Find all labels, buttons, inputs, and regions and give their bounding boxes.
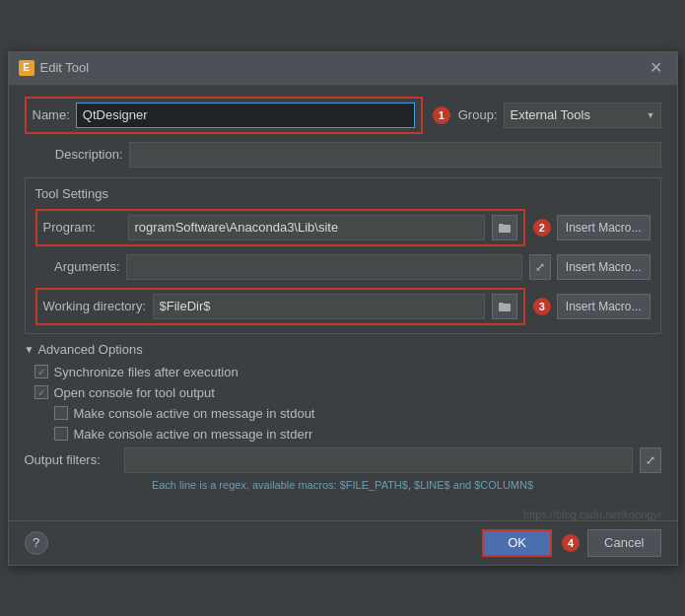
open-console-checkbox[interactable] [34, 385, 48, 399]
insert-macro-button-2[interactable]: Insert Macro... [557, 254, 651, 280]
open-console-label: Open console for tool output [54, 385, 215, 400]
advanced-title: Advanced Options [37, 342, 142, 357]
make-active-stdout-row: Make console active on message in stdout [54, 406, 661, 421]
advanced-section: ▼ Advanced Options Synchronize files aft… [25, 342, 661, 491]
svg-rect-3 [499, 303, 504, 305]
output-filters-expand-button[interactable]: ⤢ [640, 447, 661, 473]
make-active-stdout-label: Make console active on message in stdout [74, 406, 315, 421]
badge-2: 2 [533, 219, 551, 237]
svg-rect-0 [499, 225, 511, 233]
hint-macros: $FILE_PATH$, $LINE$ and $COLUMN$ [340, 479, 533, 491]
group-label: Group: [458, 107, 498, 122]
dialog-icon: E [19, 60, 34, 76]
open-console-row: Open console for tool output [34, 385, 661, 400]
insert-macro-button-1[interactable]: Insert Macro... [557, 215, 651, 240]
hint-text: Each line is a regex, available macros: [152, 479, 340, 491]
arguments-expand-button[interactable]: ⤢ [529, 254, 551, 280]
description-label: Description: [25, 147, 123, 162]
make-active-stderr-row: Make console active on message in stderr [54, 427, 661, 442]
badge-1: 1 [433, 106, 450, 124]
description-row: Description: [25, 142, 661, 168]
program-input[interactable] [128, 215, 485, 240]
working-dir-input[interactable] [153, 294, 485, 319]
working-dir-browse-button[interactable] [492, 294, 517, 319]
name-input[interactable] [76, 103, 415, 128]
help-button[interactable]: ? [25, 531, 48, 555]
bottom-bar: ? OK 4 Cancel [9, 520, 677, 565]
dialog-title: Edit Tool [40, 60, 90, 75]
make-active-stderr-checkbox[interactable] [54, 427, 68, 441]
insert-macro-button-3[interactable]: Insert Macro... [557, 294, 651, 319]
close-button[interactable]: ✕ [645, 58, 667, 78]
svg-rect-1 [499, 224, 504, 226]
edit-tool-dialog: E Edit Tool ✕ Name: 1 Group: External To… [8, 51, 678, 566]
advanced-header[interactable]: ▼ Advanced Options [25, 342, 661, 357]
watermark-area: https://blog.csdn.net/kdongyi [9, 503, 677, 520]
make-active-stdout-checkbox[interactable] [54, 406, 68, 420]
cancel-button[interactable]: Cancel [587, 529, 660, 557]
bottom-buttons: OK 4 Cancel [482, 529, 660, 557]
dialog-content: Name: 1 Group: External Tools Descriptio… [9, 85, 677, 503]
watermark: https://blog.csdn.net/kdongyi [25, 509, 661, 520]
name-label: Name: [33, 107, 70, 122]
hint-text-row: Each line is a regex, available macros: … [25, 479, 661, 491]
group-select[interactable]: External Tools [504, 103, 661, 128]
title-bar: E Edit Tool ✕ [9, 52, 677, 85]
make-active-stderr-label: Make console active on message in stderr [74, 427, 313, 442]
ok-button[interactable]: OK [482, 529, 552, 557]
sync-files-label: Synchronize files after execution [54, 365, 239, 379]
sync-files-row: Synchronize files after execution [34, 365, 661, 379]
tool-settings-title: Tool Settings [35, 186, 651, 201]
folder-icon-2 [498, 300, 512, 313]
arguments-input[interactable] [126, 254, 522, 280]
tool-settings-box: Tool Settings Program: 2 Insert Macro... [25, 177, 661, 334]
output-filters-row: Output filters: ⤢ [25, 447, 661, 473]
working-dir-label: Working directory: [43, 299, 147, 313]
title-bar-left: E Edit Tool [19, 60, 90, 76]
badge-4: 4 [562, 534, 580, 552]
svg-rect-2 [499, 304, 511, 311]
arguments-label: Arguments: [35, 259, 120, 274]
program-browse-button[interactable] [492, 215, 517, 240]
badge-3: 3 [533, 298, 551, 315]
program-label: Program: [43, 220, 122, 235]
triangle-icon: ▼ [25, 344, 34, 355]
output-filters-label: Output filters: [25, 452, 118, 467]
folder-icon [498, 221, 512, 235]
sync-files-checkbox[interactable] [34, 365, 48, 378]
group-select-wrapper: External Tools [504, 103, 661, 128]
description-input[interactable] [129, 142, 661, 168]
output-filters-input[interactable] [124, 447, 633, 473]
